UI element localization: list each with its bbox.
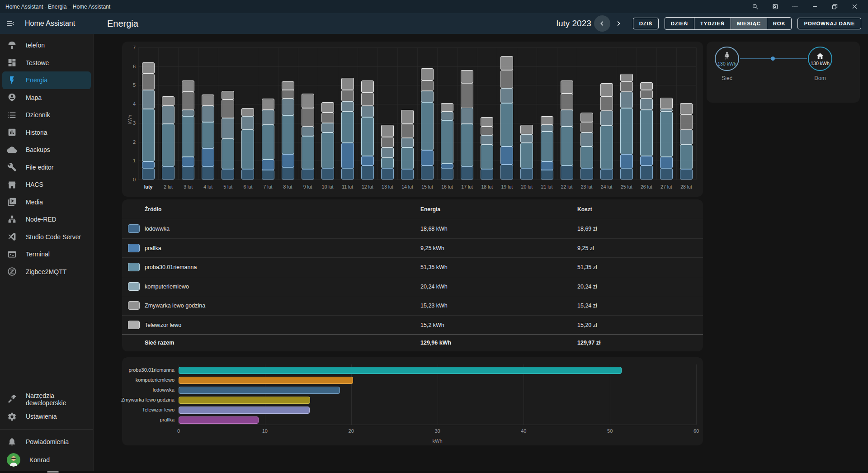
sidebar-item-ustawienia[interactable]: Ustawienia bbox=[2, 408, 91, 426]
stacked-bar-segment[interactable] bbox=[302, 108, 314, 127]
stacked-bar-segment[interactable] bbox=[381, 147, 394, 158]
stacked-bar-segment[interactable] bbox=[620, 108, 633, 154]
device-energy-bar[interactable] bbox=[179, 387, 340, 394]
stacked-bar-segment[interactable] bbox=[262, 125, 274, 160]
stacked-bar-segment[interactable] bbox=[361, 93, 374, 106]
table-row[interactable]: proba30.01riemanna51,35 kWh51,35 zł bbox=[122, 258, 703, 277]
find-in-page-icon[interactable] bbox=[772, 3, 778, 10]
stacked-bar-segment[interactable] bbox=[241, 108, 254, 117]
stacked-bar-segment[interactable] bbox=[182, 92, 194, 110]
stacked-bar-segment[interactable] bbox=[282, 167, 294, 180]
stacked-bar-segment[interactable] bbox=[361, 166, 374, 180]
stacked-bar-segment[interactable] bbox=[282, 99, 294, 116]
stacked-bar-segment[interactable] bbox=[520, 143, 533, 168]
stacked-bar-segment[interactable] bbox=[620, 168, 633, 180]
sidebar-item-notifications[interactable]: Powiadomienia bbox=[2, 433, 91, 451]
minimize-icon[interactable] bbox=[811, 3, 818, 10]
stacked-bar-segment[interactable] bbox=[421, 150, 434, 165]
stacked-bar-segment[interactable] bbox=[361, 117, 374, 156]
stacked-bar-segment[interactable] bbox=[202, 166, 214, 180]
stacked-bar-segment[interactable] bbox=[421, 166, 434, 180]
stacked-bar-segment[interactable] bbox=[640, 156, 653, 166]
stacked-bar-segment[interactable] bbox=[461, 166, 473, 180]
stacked-bar-segment[interactable] bbox=[600, 83, 613, 96]
horizontal-scrollbar[interactable] bbox=[0, 471, 868, 473]
stacked-bar-segment[interactable] bbox=[142, 90, 155, 109]
home-node[interactable]: 130 kWh bbox=[808, 47, 832, 71]
stacked-bar-segment[interactable] bbox=[401, 124, 414, 138]
stacked-bar-segment[interactable] bbox=[341, 78, 354, 90]
device-energy-bar[interactable] bbox=[179, 407, 310, 414]
sidebar-item-node-red[interactable]: Node-RED bbox=[2, 211, 91, 228]
stacked-bar-segment[interactable] bbox=[520, 125, 533, 134]
table-row[interactable]: lodowwka18,68 kWh18,69 zł bbox=[122, 219, 703, 239]
stacked-bar-segment[interactable] bbox=[401, 110, 414, 124]
stacked-bar-segment[interactable] bbox=[182, 166, 194, 180]
table-row[interactable]: prallka9,25 kWh9,25 zł bbox=[122, 239, 703, 258]
stacked-bar-segment[interactable] bbox=[640, 99, 653, 110]
stacked-bar-segment[interactable] bbox=[361, 156, 374, 166]
stacked-bar-segment[interactable] bbox=[680, 103, 693, 114]
sidebar-item-terminal[interactable]: Terminal bbox=[2, 246, 91, 263]
stacked-bar-segment[interactable] bbox=[222, 118, 234, 139]
stacked-bar-segment[interactable] bbox=[580, 132, 593, 147]
stacked-bar-segment[interactable] bbox=[640, 90, 653, 99]
stacked-bar-segment[interactable] bbox=[680, 169, 693, 180]
sidebar-item-zigbee2mqtt[interactable]: Zigbee2MQTT bbox=[2, 263, 91, 281]
stacked-bar-segment[interactable] bbox=[600, 126, 613, 169]
stacked-bar-segment[interactable] bbox=[500, 165, 513, 180]
stacked-bar-segment[interactable] bbox=[241, 130, 254, 170]
stacked-bar-segment[interactable] bbox=[580, 122, 593, 132]
sidebar-item-media[interactable]: Media bbox=[2, 194, 91, 211]
stacked-bar-segment[interactable] bbox=[481, 117, 493, 127]
stacked-bar-segment[interactable] bbox=[401, 147, 414, 169]
stacked-bar-segment[interactable] bbox=[302, 94, 314, 108]
sidebar-item-historia[interactable]: Historia bbox=[2, 124, 91, 142]
stacked-bar-segment[interactable] bbox=[182, 157, 194, 166]
stacked-bar-segment[interactable] bbox=[282, 81, 294, 90]
stacked-bar-segment[interactable] bbox=[561, 127, 573, 166]
stacked-bar-segment[interactable] bbox=[441, 112, 453, 120]
grid-node[interactable]: 130 kWh bbox=[715, 47, 739, 71]
stacked-bar-segment[interactable] bbox=[262, 160, 274, 170]
stacked-bar-segment[interactable] bbox=[640, 110, 653, 156]
zoom-out-icon[interactable] bbox=[752, 3, 759, 10]
stacked-bar-segment[interactable] bbox=[262, 110, 274, 125]
stacked-bar-segment[interactable] bbox=[222, 91, 234, 99]
period-button-rok[interactable]: ROK bbox=[767, 18, 792, 29]
stacked-bar-segment[interactable] bbox=[321, 102, 334, 113]
stacked-bar-segment[interactable] bbox=[600, 169, 613, 180]
stacked-bar-segment[interactable] bbox=[640, 82, 653, 90]
stacked-bar-segment[interactable] bbox=[361, 80, 374, 93]
stacked-bar-segment[interactable] bbox=[561, 110, 573, 127]
stacked-bar-segment[interactable] bbox=[341, 90, 354, 101]
stacked-bar-segment[interactable] bbox=[302, 169, 314, 180]
stacked-bar-segment[interactable] bbox=[461, 83, 473, 108]
stacked-bar-segment[interactable] bbox=[481, 169, 493, 180]
stacked-bar-segment[interactable] bbox=[162, 166, 175, 180]
stacked-bar-segment[interactable] bbox=[162, 106, 175, 124]
stacked-bar-segment[interactable] bbox=[481, 127, 493, 135]
stacked-bar-segment[interactable] bbox=[580, 113, 593, 122]
stacked-bar-segment[interactable] bbox=[262, 170, 274, 180]
stacked-bar-segment[interactable] bbox=[600, 96, 613, 110]
table-row[interactable]: Zmywarka lewo godzina15,23 kWh15,24 zł bbox=[122, 296, 703, 316]
stacked-bar-segment[interactable] bbox=[361, 106, 374, 117]
stacked-bar-segment[interactable] bbox=[441, 168, 453, 180]
stacked-bar-segment[interactable] bbox=[660, 98, 673, 109]
stacked-bar-segment[interactable] bbox=[222, 169, 234, 180]
stacked-bar-segment[interactable] bbox=[640, 166, 653, 180]
more-options-icon[interactable] bbox=[792, 3, 798, 10]
stacked-bar-segment[interactable] bbox=[321, 113, 334, 123]
stacked-bar-segment[interactable] bbox=[421, 68, 434, 80]
stacked-bar-segment[interactable] bbox=[660, 157, 673, 168]
stacked-bar-segment[interactable] bbox=[620, 154, 633, 168]
sidebar-item-energia[interactable]: Energia bbox=[2, 71, 91, 89]
period-button-miesiąc[interactable]: MIESIĄC bbox=[731, 18, 767, 29]
sidebar-item-telefon[interactable]: telefon bbox=[2, 37, 91, 54]
stacked-bar-segment[interactable] bbox=[302, 127, 314, 136]
stacked-bar-segment[interactable] bbox=[520, 168, 533, 180]
stacked-bar-segment[interactable] bbox=[580, 168, 593, 180]
stacked-bar-segment[interactable] bbox=[222, 99, 234, 118]
stacked-bar-segment[interactable] bbox=[561, 166, 573, 180]
